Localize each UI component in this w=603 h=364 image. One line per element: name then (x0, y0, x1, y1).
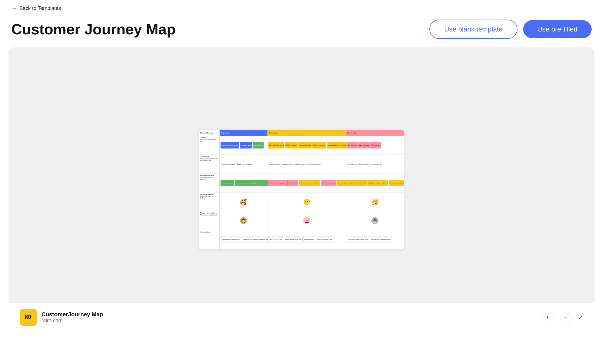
phase-label-col: Phase of journey (199, 130, 220, 136)
onboarding-phase: Onboarding (267, 130, 346, 136)
ownership-first: 👩‍💼 (346, 211, 404, 230)
opp-o3: Review the popups (303, 236, 315, 242)
opp-o4: Introduce NPS for Help Center (316, 236, 333, 242)
action-buttons: Use blank template Use pre-filled (429, 20, 592, 39)
zoom-controls: + − ⤢ (542, 312, 583, 323)
sticky-clicks-learn: Clicks on Learn more (312, 142, 326, 148)
sticky-apply-templates: Apply templates (370, 142, 381, 148)
sticky-clicks-help: Clicks on help icon (285, 142, 298, 148)
preview-area: Phase of journey Registration Onboarding… (9, 47, 594, 331)
registration-phase: Registration (220, 130, 267, 136)
sticky-confirm-trial: Confirm free trial (253, 142, 264, 148)
back-arrow-icon: ← (11, 5, 17, 12)
opp-o2: Suggest templates straight away (284, 236, 303, 242)
first-session-phase: First session (346, 130, 404, 136)
feeling-onboarding: 😐 (267, 193, 346, 211)
opps-first: First document award "Congrats" status G… (346, 230, 404, 249)
sticky-edit-invite: Edit & invite (358, 142, 370, 148)
touchpoint-row: Touchpoint What part of the service do t… (199, 155, 404, 173)
page-title: Customer Journey Map (11, 21, 176, 38)
use-blank-button[interactable]: Use blank template (429, 20, 517, 39)
emoji-neutral: 😐 (268, 193, 345, 210)
thought-onboarding: Why are there so many sign ups? Where do… (267, 174, 346, 192)
feeling-first: 🥳 (346, 193, 404, 211)
back-link[interactable]: ← Back to Templates (0, 0, 72, 17)
thought-label: Customer Thought What is the customer th… (199, 174, 220, 192)
process-ownership-row: Process ownership Who is in the lead on … (199, 211, 404, 230)
thought-r2: This is easy I can sign up with my googl… (235, 180, 262, 186)
miro-logo-icon (20, 309, 37, 326)
ownership-label: Process ownership Who is in the lead on … (199, 211, 220, 230)
feeling-label: Customer Feeling What is the customer fe… (199, 193, 220, 211)
opportunities-row: Opportunities Suggest trying an addition… (199, 230, 404, 249)
journey-map-canvas: Phase of journey Registration Onboarding… (199, 130, 404, 249)
tp-training: Training interface (268, 163, 280, 166)
opp-r3 (273, 236, 280, 242)
sticky-leaves-feedback: Leaves feedback for the training (327, 142, 347, 148)
actions-label: Actions What does the customer do? (199, 136, 220, 154)
app-source: Miro.com (41, 318, 103, 324)
avatar-1: 👩 (240, 217, 247, 224)
sticky-adds-profile: Adds a profile picture (298, 142, 312, 148)
thought-f3: There are many templates to chose from (389, 180, 404, 186)
tp-sharing: Sharing settings (358, 163, 369, 166)
bottom-bar: CustomerJourney Map Miro.com + − ⤢ (9, 303, 594, 331)
tp-email: Email (236, 163, 242, 166)
tp-templates-browser: Templates browser (293, 163, 306, 166)
touchpoint-registration: Free trial landing page Email free templ… (220, 155, 267, 173)
tp-help-center: Help Center materials (307, 163, 322, 166)
tp-free-templates: free templates (242, 163, 252, 166)
actions-row: Actions What does the customer do? Conne… (199, 136, 404, 155)
thought-o1: Why are there so many sign ups? (268, 180, 287, 186)
actions-onboarding: Goes through the training Clicks on help… (267, 136, 346, 154)
emoji-party: 🥳 (347, 193, 403, 210)
sticky-connect-google: Connect their Google account (221, 142, 239, 148)
logo-area: CustomerJourney Map Miro.com (20, 309, 103, 326)
phases-header-row: Phase of journey Registration Onboarding… (199, 130, 404, 136)
expand-button[interactable]: ⤢ (578, 314, 583, 321)
app-name: CustomerJourney Map (41, 311, 103, 318)
avatar-2: 👱‍♀️ (303, 217, 310, 224)
thought-o2: Where do I start? (288, 180, 298, 186)
actions-first: Open document Edit & invite Apply templa… (346, 136, 404, 154)
customer-feeling-row: Customer Feeling What is the customer fe… (199, 193, 404, 211)
thought-o4: Why is the training so long (321, 180, 336, 186)
bottom-text-area: CustomerJourney Map Miro.com (41, 311, 103, 324)
thought-first: Creating a document is really simple Add… (346, 174, 404, 192)
tp-new-doc: New document (347, 163, 357, 166)
zoom-out-button[interactable]: − (560, 312, 571, 323)
opps-registration: Suggest trying an additional product Giv… (220, 230, 267, 249)
back-link-text: Back to Templates (19, 5, 61, 11)
touchpoint-label: Touchpoint What part of the service do t… (199, 155, 220, 173)
opp-f2: Give extra points for adding teammates (370, 236, 392, 242)
tp-tmpl-browser: Templates browser (370, 163, 383, 166)
thought-r1: I can use free templates (221, 180, 234, 186)
avatar-3: 👩‍💼 (371, 217, 378, 224)
touchpoint-onboarding: Training interface Account settings Temp… (267, 155, 346, 173)
phase-of-journey-label: Phase of journey (200, 132, 213, 134)
use-prefilled-button[interactable]: Use pre-filled (523, 20, 592, 38)
opp-f1: First document award "Congrats" status (347, 236, 369, 242)
feeling-registration: 🥰 (220, 193, 267, 211)
actions-registration: Connect their Google account Chose a pla… (220, 136, 267, 154)
touchpoint-first: New document Sharing settings Templates … (346, 155, 404, 173)
opportunities-label: Opportunities (199, 230, 220, 249)
title-row: Customer Journey Map Use blank template … (0, 17, 603, 47)
emoji-happy: 🥰 (221, 193, 266, 210)
sticky-chose-plan: Chose a plan (240, 142, 252, 148)
thought-o3: Educational materials are easy to follow (299, 180, 320, 186)
tp-free-trial: Free trial landing page (221, 163, 236, 166)
tp-account: Account settings (281, 163, 293, 166)
thought-registration: I can use free templates This is easy I … (220, 174, 267, 192)
sticky-open-doc: Open document (347, 142, 358, 148)
zoom-in-button[interactable]: + (542, 312, 553, 323)
thought-f2: Adding a team member is very simple (367, 180, 388, 186)
sticky-goes-training: Goes through the training (268, 142, 284, 148)
thought-f1: Creating a document is really simple (347, 180, 367, 186)
opp-r1: Suggest trying an additional product (221, 236, 241, 242)
ownership-onboarding: 👱‍♀️ (267, 211, 346, 230)
ownership-registration: 👩 (220, 211, 267, 230)
customer-thought-row: Customer Thought What is the customer th… (199, 174, 404, 193)
